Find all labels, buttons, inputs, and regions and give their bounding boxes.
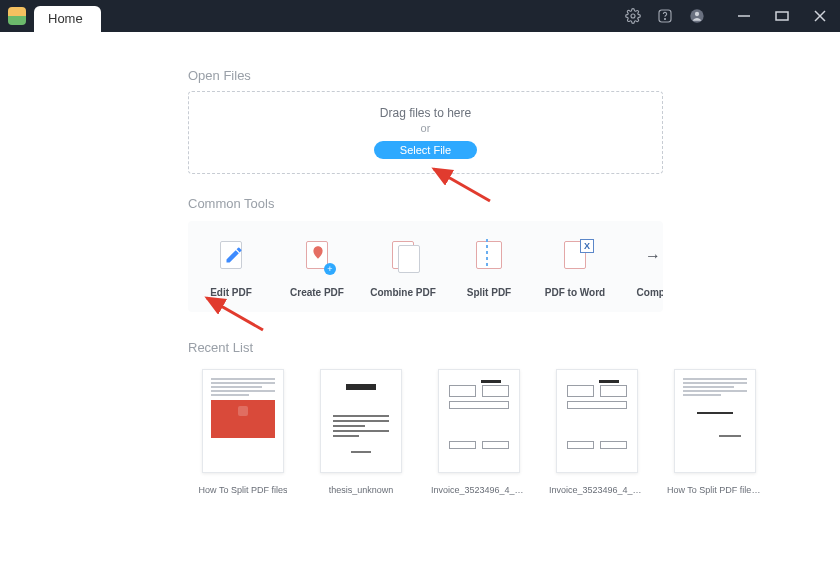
combine-pdf-icon (386, 239, 420, 273)
close-button[interactable] (812, 8, 828, 24)
document-thumbnail (674, 369, 756, 473)
open-files-dropzone[interactable]: Drag files to here or Select File (188, 91, 663, 174)
recent-item[interactable]: How To Split PDF files (198, 369, 288, 495)
recent-item[interactable]: How To Split PDF files_OCR (670, 369, 760, 495)
split-pdf-icon (472, 239, 506, 273)
tool-label: Create PDF (290, 287, 344, 298)
common-tools-label: Common Tools (188, 196, 832, 211)
compress-pdf-icon: →← PDF (644, 239, 663, 273)
tool-label: Edit PDF (210, 287, 252, 298)
tool-pdf-to-word[interactable]: X PDF to Word (532, 239, 618, 298)
svg-point-2 (664, 18, 665, 19)
tool-combine-pdf[interactable]: Combine PDF (360, 239, 446, 298)
tool-split-pdf[interactable]: Split PDF (446, 239, 532, 298)
recent-filename: Invoice_3523496_4_2023 (2) (549, 485, 645, 495)
tab-home[interactable]: Home (34, 6, 101, 32)
edit-pdf-icon (214, 239, 248, 273)
plus-badge-icon: + (324, 263, 336, 275)
minimize-button[interactable] (736, 8, 752, 24)
document-thumbnail (438, 369, 520, 473)
tool-create-pdf[interactable]: + Create PDF (274, 239, 360, 298)
tool-label: Compress (637, 287, 663, 298)
svg-point-0 (631, 14, 635, 18)
tool-label: PDF to Word (545, 287, 605, 298)
document-thumbnail (320, 369, 402, 473)
create-pdf-icon: + (300, 239, 334, 273)
open-files-label: Open Files (188, 68, 832, 83)
dropzone-or-text: or (189, 122, 662, 134)
settings-icon[interactable] (624, 7, 642, 25)
recent-item[interactable]: thesis_unknown (316, 369, 406, 495)
tool-compress-pdf[interactable]: →← PDF Compress (618, 239, 663, 298)
titlebar: Home (0, 0, 840, 32)
document-thumbnail (202, 369, 284, 473)
user-avatar-icon[interactable] (688, 7, 706, 25)
recent-item[interactable]: Invoice_3523496_4_2023 (2) (552, 369, 642, 495)
maximize-button[interactable] (774, 8, 790, 24)
main-content: Open Files Drag files to here or Select … (8, 32, 832, 561)
tab-label: Home (48, 11, 83, 26)
dropzone-drag-text: Drag files to here (189, 106, 662, 120)
tool-label: Split PDF (467, 287, 511, 298)
recent-filename: Invoice_3523496_4_2023 (3) (431, 485, 527, 495)
tool-label: Combine PDF (370, 287, 436, 298)
help-icon[interactable] (656, 7, 674, 25)
recent-list-label: Recent List (188, 340, 832, 355)
recent-filename: How To Split PDF files (199, 485, 288, 495)
recent-filename: How To Split PDF files_OCR (667, 485, 763, 495)
recent-item[interactable]: Invoice_3523496_4_2023 (3) (434, 369, 524, 495)
svg-point-4 (695, 12, 699, 16)
recent-filename: thesis_unknown (329, 485, 394, 495)
recent-row: How To Split PDF files thesis_unknown In… (198, 369, 832, 495)
word-x-icon: X (580, 239, 594, 253)
pdf-to-word-icon: X (558, 239, 592, 273)
document-thumbnail (556, 369, 638, 473)
common-tools-row: Edit PDF + Create PDF Combine PDF Split … (188, 221, 663, 312)
svg-rect-6 (776, 12, 788, 20)
tool-edit-pdf[interactable]: Edit PDF (188, 239, 274, 298)
app-logo-icon (8, 7, 26, 25)
select-file-button[interactable]: Select File (374, 141, 477, 159)
